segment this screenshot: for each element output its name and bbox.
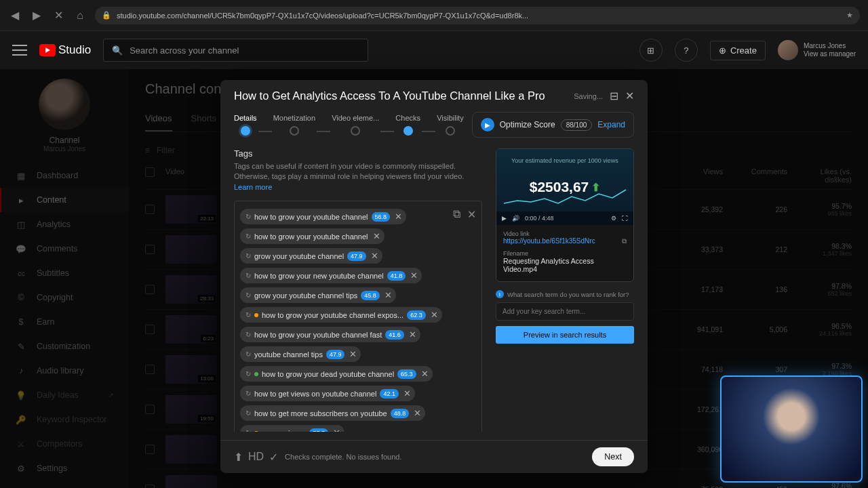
tag-score-badge: 47.9 [326,350,345,359]
tag-score-badge: 48.8 [391,409,410,418]
tag-text: marcus jones [262,429,306,432]
upload-stepper: Details Monetization Video eleme... Chec… [220,112,648,148]
tag-chip[interactable]: ↻how to grow your dead youtube channel65… [240,366,433,382]
tag-chip[interactable]: ↻how to grow your youtube channel56.8✕ [240,209,406,224]
refresh-icon[interactable]: ↻ [245,232,251,240]
back-button[interactable]: ◀ [8,9,22,22]
remove-tag-icon[interactable]: ✕ [414,408,421,418]
feedback-icon[interactable]: ⊟ [610,89,618,102]
modal-header: How to Get Analytics Access To A YouTube… [220,80,648,112]
search-input[interactable]: 🔍 Search across your channel [103,39,368,62]
saving-status: Saving... [574,92,603,100]
tag-text: grow your youtube channel tips [254,291,357,300]
remove-tag-icon[interactable]: ✕ [333,428,340,432]
tag-chip[interactable]: ↻how to get more subscribers on youtube4… [240,405,425,421]
remove-tag-icon[interactable]: ✕ [384,290,392,300]
forward-button[interactable]: ▶ [30,9,43,22]
tag-text: how to get more subscribers on youtube [254,409,387,418]
video-link-label: Video link [503,230,627,237]
tag-text: how to grow your youtube channel [254,232,368,241]
remove-tag-icon[interactable]: ✕ [349,349,357,359]
checks-status: Checks complete. No issues found. [285,453,401,461]
tag-score-badge: 62.3 [407,310,426,320]
tag-chip[interactable]: ↻how to grow your youtube channel✕ [240,228,384,244]
filename-value: Requesting Analytics Access Video.mp4 [503,257,627,273]
refresh-icon[interactable]: ↻ [245,252,251,260]
refresh-icon[interactable]: ↻ [245,350,251,358]
refresh-icon[interactable]: ↻ [245,429,251,432]
copy-tags-icon[interactable]: ⧉ [453,208,460,221]
remove-tag-icon[interactable]: ✕ [373,231,380,241]
refresh-icon[interactable]: ↻ [245,213,251,220]
step-video-elements[interactable]: Video eleme... [332,114,379,136]
learn-more-link[interactable]: Learn more [234,183,272,191]
tag-chip[interactable]: ↻grow your youtube channel47.9✕ [240,248,382,264]
settings-icon[interactable]: ⚙ [611,215,616,222]
optimize-pill[interactable]: ▶ Optimize Score 88/100 Expand [472,112,634,138]
optimize-expand[interactable]: Expand [597,120,625,129]
url-bar[interactable]: 🔒 studio.youtube.com/channel/UCR5k7bm0qy… [95,7,860,24]
tag-score-badge: 41.6 [385,330,404,340]
bookmark-star-icon[interactable]: ★ [846,11,853,20]
preview-thumbnail[interactable]: Your estimated revenue per 1000 views $2… [496,149,633,225]
remove-tag-icon[interactable]: ✕ [403,388,411,399]
remove-tag-icon[interactable]: ✕ [431,310,438,320]
tag-chip[interactable]: ↻how to grow your new youtube channel41.… [240,268,422,283]
clear-tags-icon[interactable]: ✕ [467,208,476,221]
tag-chip[interactable]: ↻how to grow your youtube channel expos.… [240,307,442,323]
search-icon: 🔍 [112,45,123,56]
refresh-icon[interactable]: ↻ [245,390,251,397]
refresh-icon[interactable]: ↻ [245,272,251,279]
tag-chip[interactable]: ↻how to grow your youtube channel fast41… [240,327,420,342]
help-button[interactable]: ? [675,39,698,62]
remove-tag-icon[interactable]: ✕ [371,251,378,261]
tag-text: grow your youtube channel [254,252,344,260]
tag-score-badge: 41.8 [387,271,406,281]
refresh-icon[interactable]: ↻ [245,370,251,378]
preview-column: Your estimated revenue per 1000 views $2… [496,148,634,432]
refresh-icon[interactable]: ↻ [245,409,251,417]
tags-description: Tags can be useful if content in your vi… [234,161,482,192]
play-icon[interactable]: ▶ [502,215,507,222]
remove-tag-icon[interactable]: ✕ [409,329,416,340]
hamburger-icon[interactable] [12,45,27,56]
tags-input-box[interactable]: ⧉ ✕ ↻how to grow your youtube channel56.… [234,201,482,432]
dashboard-icon-button[interactable]: ⊞ [639,39,663,62]
tag-chip[interactable]: ↻youtube channel tips47.9✕ [240,346,361,362]
search-term-input[interactable] [496,302,634,321]
time-display: 0:00 / 4:48 [525,215,554,222]
account-chip[interactable]: Marcus Jones View as manager [778,40,856,60]
step-visibility[interactable]: Visibility [437,114,464,136]
tag-score-badge: 57.7 [309,428,328,432]
tag-chip[interactable]: ↻grow your youtube channel tips45.8✕ [240,287,396,303]
stop-button[interactable]: ✕ [52,9,65,22]
optimize-label: Optimize Score [500,120,555,129]
copy-link-icon[interactable]: ⧉ [622,237,627,245]
video-link[interactable]: https://youtu.be/6Sf1k35SdNrc [503,237,627,245]
search-term-prompt: i What search term do you want to rank f… [496,290,634,298]
step-details[interactable]: Details [234,114,257,136]
close-icon[interactable]: ✕ [625,89,634,102]
tag-chip[interactable]: ↻how to get views on youtube channel42.1… [240,386,415,401]
youtube-logo-icon [39,44,56,56]
url-text: studio.youtube.com/channel/UCR5k7bm0qypP… [117,12,841,20]
tag-text: how to grow your dead youtube channel [262,370,394,378]
webcam-overlay [720,375,863,483]
home-button[interactable]: ⌂ [73,9,87,22]
volume-icon[interactable]: 🔊 [512,215,519,222]
create-button[interactable]: ⊕ Create [710,41,766,60]
check-complete-icon: ✓ [269,451,278,464]
studio-logo[interactable]: Studio [39,43,91,57]
remove-tag-icon[interactable]: ✕ [395,211,402,222]
refresh-icon[interactable]: ↻ [245,331,251,338]
preview-search-button[interactable]: Preview in search results [496,326,634,344]
step-checks[interactable]: Checks [395,114,420,136]
next-button[interactable]: Next [592,447,634,466]
remove-tag-icon[interactable]: ✕ [421,369,429,379]
tag-chip[interactable]: ↻marcus jones57.7✕ [240,425,344,432]
fullscreen-icon[interactable]: ⛶ [622,215,628,222]
refresh-icon[interactable]: ↻ [245,291,251,299]
step-monetization[interactable]: Monetization [273,114,315,136]
refresh-icon[interactable]: ↻ [245,311,251,319]
remove-tag-icon[interactable]: ✕ [410,270,418,281]
